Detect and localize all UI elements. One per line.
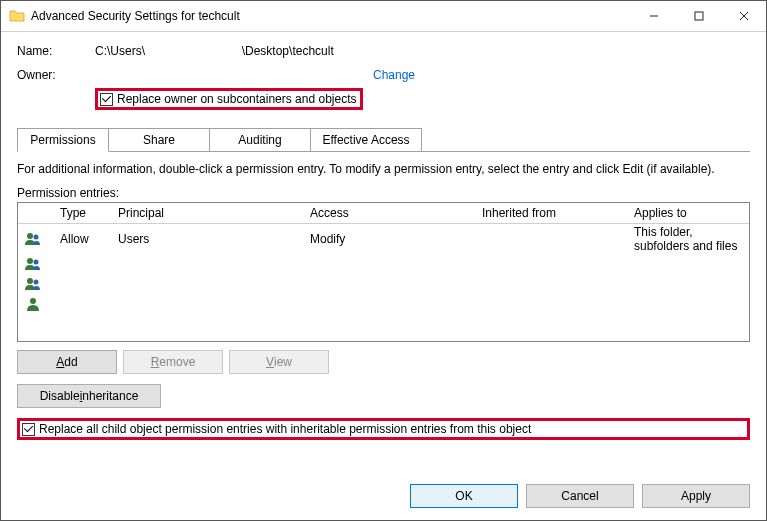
- window-title: Advanced Security Settings for techcult: [31, 9, 631, 23]
- cell-applies: [628, 294, 749, 314]
- replace-all-checkbox[interactable]: [22, 423, 35, 436]
- svg-rect-1: [695, 12, 703, 20]
- owner-label: Owner:: [17, 68, 95, 82]
- cell-access: Modify: [304, 224, 476, 255]
- group-icon: [18, 274, 54, 294]
- replace-all-highlight: Replace all child object permission entr…: [17, 418, 750, 440]
- cell-principal: [112, 294, 304, 314]
- cell-applies: [628, 254, 749, 274]
- cell-principal: [112, 274, 304, 294]
- folder-icon: [9, 8, 25, 24]
- svg-point-7: [34, 260, 39, 265]
- cell-inherited: [476, 294, 628, 314]
- cell-access: [304, 254, 476, 274]
- cell-access: [304, 294, 476, 314]
- cell-access: [304, 274, 476, 294]
- cell-type: [54, 254, 112, 274]
- owner-row: Owner: Change: [17, 68, 750, 82]
- name-label: Name:: [17, 44, 95, 58]
- replace-owner-row: Replace owner on subcontainers and objec…: [17, 88, 750, 110]
- tab-share[interactable]: Share: [109, 128, 210, 152]
- ok-button[interactable]: OK: [410, 484, 518, 508]
- cell-type: [54, 274, 112, 294]
- cell-applies: [628, 274, 749, 294]
- tab-effective-access[interactable]: Effective Access: [311, 128, 422, 152]
- col-principal[interactable]: Principal: [112, 203, 304, 224]
- svg-point-4: [27, 233, 33, 239]
- content-area: Name: C:\Users\ \Desktop\techcult Owner:…: [1, 32, 766, 476]
- window-buttons: [631, 1, 766, 31]
- cell-type: Allow: [54, 224, 112, 255]
- replace-all-label: Replace all child object permission entr…: [39, 422, 531, 436]
- cell-principal: [112, 254, 304, 274]
- titlebar: Advanced Security Settings for techcult: [1, 1, 766, 32]
- cell-principal: Users: [112, 224, 304, 255]
- svg-point-5: [34, 235, 39, 240]
- svg-point-9: [34, 280, 39, 285]
- cell-applies: This folder, subfolders and files: [628, 224, 749, 255]
- change-owner-link[interactable]: Change: [373, 68, 415, 82]
- svg-point-10: [30, 298, 36, 304]
- add-button[interactable]: Add: [17, 350, 117, 374]
- col-applies[interactable]: Applies to: [628, 203, 749, 224]
- info-text: For additional information, double-click…: [17, 162, 750, 176]
- name-value: C:\Users\ \Desktop\techcult: [95, 44, 334, 58]
- table-row[interactable]: [18, 294, 749, 314]
- disable-inheritance-button[interactable]: Disable inheritance: [17, 384, 161, 408]
- replace-owner-label: Replace owner on subcontainers and objec…: [117, 92, 356, 106]
- entry-buttons: Add Remove View: [17, 350, 750, 374]
- entries-label: Permission entries:: [17, 186, 750, 200]
- view-button: View: [229, 350, 329, 374]
- permission-entries-table: Type Principal Access Inherited from App…: [17, 202, 750, 342]
- table-row[interactable]: [18, 254, 749, 274]
- remove-button: Remove: [123, 350, 223, 374]
- replace-owner-checkbox[interactable]: [100, 93, 113, 106]
- cell-inherited: [476, 224, 628, 255]
- table-row[interactable]: [18, 274, 749, 294]
- security-settings-window: Advanced Security Settings for techcult …: [0, 0, 767, 521]
- replace-owner-highlight: Replace owner on subcontainers and objec…: [95, 88, 363, 110]
- cell-type: [54, 294, 112, 314]
- col-inherited[interactable]: Inherited from: [476, 203, 628, 224]
- tab-auditing[interactable]: Auditing: [210, 128, 311, 152]
- svg-point-8: [27, 278, 33, 284]
- cell-inherited: [476, 274, 628, 294]
- maximize-button[interactable]: [676, 1, 721, 31]
- svg-point-6: [27, 258, 33, 264]
- table-row[interactable]: AllowUsersModifyThis folder, subfolders …: [18, 224, 749, 255]
- tab-permissions[interactable]: Permissions: [17, 128, 109, 152]
- name-row: Name: C:\Users\ \Desktop\techcult: [17, 44, 750, 58]
- cancel-button[interactable]: Cancel: [526, 484, 634, 508]
- tabs: Permissions Share Auditing Effective Acc…: [17, 128, 750, 152]
- group-icon: [18, 224, 54, 255]
- table-header: Type Principal Access Inherited from App…: [18, 203, 749, 224]
- cell-inherited: [476, 254, 628, 274]
- minimize-button[interactable]: [631, 1, 676, 31]
- close-button[interactable]: [721, 1, 766, 31]
- dialog-footer: OK Cancel Apply: [1, 476, 766, 520]
- apply-button[interactable]: Apply: [642, 484, 750, 508]
- col-type[interactable]: Type: [54, 203, 112, 224]
- person-icon: [18, 294, 54, 314]
- col-access[interactable]: Access: [304, 203, 476, 224]
- group-icon: [18, 254, 54, 274]
